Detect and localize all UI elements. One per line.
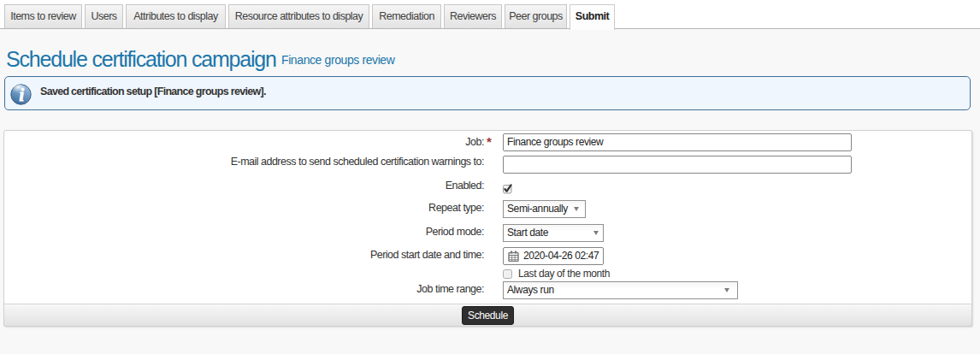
svg-text:i: i xyxy=(20,86,25,104)
